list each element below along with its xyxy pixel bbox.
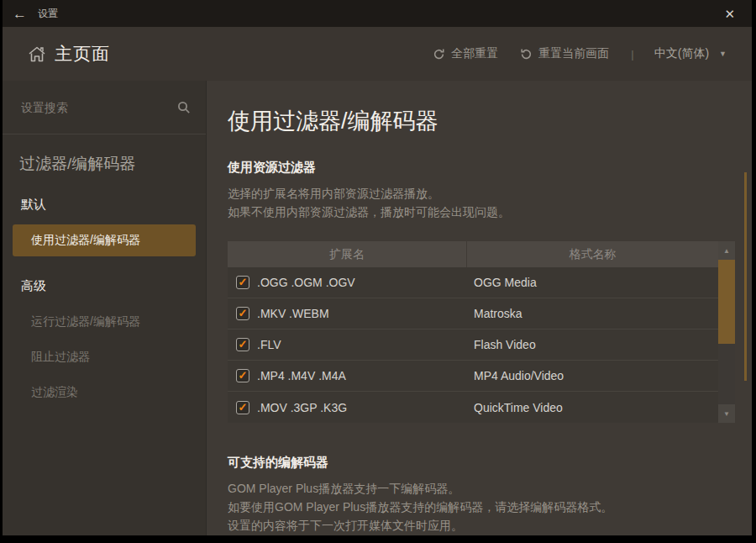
format-cell: Flash Video	[467, 337, 718, 352]
checkbox-checked[interactable]: ✓	[236, 338, 249, 351]
reset-all-label: 全部重置	[451, 46, 498, 61]
extension-label: .MP4 .M4V .M4A	[257, 369, 346, 382]
extension-label: .MOV .3GP .K3G	[257, 401, 347, 414]
table-row: ✓ .OGG .OGM .OGV OGG Media	[228, 267, 718, 298]
search-icon[interactable]	[177, 101, 191, 114]
check-icon: ✓	[239, 308, 248, 319]
chevron-down-icon: ▼	[719, 50, 727, 58]
header-separator: |	[631, 48, 633, 61]
section1-desc-line1: 选择的扩展名将用内部资源过滤器播放。	[228, 184, 752, 203]
extensions-table: 扩展名 格式名称 ✓ .OGG .OGM .OGV OGG Media ✓	[228, 241, 735, 423]
format-cell: QuickTime Video	[467, 400, 718, 415]
table-scrollbar[interactable]: ▲ ▼	[718, 241, 735, 423]
extension-label: .MKV .WEBM	[257, 307, 329, 320]
check-icon: ✓	[239, 339, 248, 350]
reset-all-icon	[433, 48, 445, 61]
scroll-up-button[interactable]: ▲	[718, 241, 735, 260]
extension-cell: ✓ .MKV .WEBM	[228, 307, 467, 320]
language-label: 中文(简体)	[654, 46, 709, 61]
format-cell: OGG Media	[467, 275, 718, 290]
section1-description: 选择的扩展名将用内部资源过滤器播放。 如果不使用内部资源过滤器，播放时可能会出现…	[228, 184, 752, 221]
reset-all-button[interactable]: 全部重置	[426, 43, 505, 65]
settings-window: ← 设置 ✕ 主页面 全部重置	[3, 0, 752, 535]
checkbox-checked[interactable]: ✓	[236, 276, 249, 289]
sidebar-item-filter-rendering[interactable]: 过滤渲染	[31, 385, 206, 400]
titlebar: ← 设置 ✕	[3, 0, 752, 27]
table-row: ✓ .MOV .3GP .K3G QuickTime Video	[228, 392, 718, 423]
reset-current-button[interactable]: 重置当前画面	[513, 43, 616, 65]
checkbox-checked[interactable]: ✓	[236, 307, 249, 320]
check-icon: ✓	[239, 370, 248, 381]
table-columns: 扩展名 格式名称 ✓ .OGG .OGM .OGV OGG Media ✓	[228, 241, 718, 423]
format-label: MP4 Audio/Video	[474, 369, 564, 382]
body: 过滤器/编解码器 默认 使用过滤器/编解码器 高级 运行过滤器/编解码器 阻止过…	[3, 81, 752, 535]
language-dropdown[interactable]: 中文(简体) ▼	[649, 43, 732, 65]
format-label: Flash Video	[474, 338, 536, 351]
section2-desc-line2: 如要使用GOM Player Plus播放器支持的编解码器，请选择编解码器格式。	[228, 498, 752, 516]
sidebar-item-use-filters-codecs[interactable]: 使用过滤器/编解码器	[13, 224, 196, 256]
section1-desc-line2: 如果不使用内部资源过滤器，播放时可能会出现问题。	[228, 203, 752, 221]
column-header-extension: 扩展名	[228, 241, 467, 267]
table-header: 扩展名 格式名称	[228, 241, 718, 267]
column-header-format: 格式名称	[467, 241, 718, 267]
scrollbar-track[interactable]	[718, 260, 735, 404]
window-title: 设置	[38, 7, 717, 21]
extension-label: .FLV	[257, 338, 281, 351]
checkbox-checked[interactable]: ✓	[236, 401, 249, 414]
extension-cell: ✓ .MP4 .M4V .M4A	[228, 369, 467, 382]
main-content: 使用过滤器/编解码器 使用资源过滤器 选择的扩展名将用内部资源过滤器播放。 如果…	[207, 81, 752, 535]
search-bar	[3, 81, 206, 134]
section2-title: 可支持的编解码器	[228, 455, 752, 471]
sidebar-item-run-filters-codecs[interactable]: 运行过滤器/编解码器	[31, 314, 206, 329]
scroll-down-button[interactable]: ▼	[718, 404, 735, 423]
back-button[interactable]: ←	[13, 7, 33, 21]
reset-current-icon	[520, 48, 533, 61]
header-title: 主页面	[55, 42, 110, 66]
home-breadcrumb[interactable]: 主页面	[28, 42, 426, 66]
page-scrollbar-thumb[interactable]	[744, 172, 747, 381]
sidebar-section-title: 过滤器/编解码器	[19, 153, 206, 175]
format-label: QuickTime Video	[474, 401, 563, 414]
format-label: OGG Media	[474, 276, 537, 289]
section1-title: 使用资源过滤器	[228, 160, 752, 176]
table-row: ✓ .MP4 .M4V .M4A MP4 Audio/Video	[228, 361, 718, 392]
sidebar-item-block-filters[interactable]: 阻止过滤器	[31, 350, 206, 365]
format-cell: Matroska	[467, 306, 718, 321]
section2-desc-line1: GOM Player Plus播放器支持一下编解码器。	[228, 479, 752, 498]
sidebar: 过滤器/编解码器 默认 使用过滤器/编解码器 高级 运行过滤器/编解码器 阻止过…	[3, 81, 207, 535]
check-icon: ✓	[239, 277, 248, 287]
header-actions: 全部重置 重置当前画面 | 中文(简体) ▼	[426, 43, 732, 65]
page-title: 使用过滤器/编解码器	[228, 106, 752, 136]
section2-desc-line3: 设置的内容将于下一次打开媒体文件时应用。	[228, 516, 752, 535]
format-label: Matroska	[474, 307, 522, 320]
extension-cell: ✓ .OGG .OGM .OGV	[228, 276, 467, 289]
checkbox-checked[interactable]: ✓	[236, 369, 249, 382]
extension-label: .OGG .OGM .OGV	[257, 276, 355, 289]
sidebar-category-default: 默认	[21, 197, 206, 213]
sidebar-category-advanced: 高级	[21, 278, 206, 294]
scrollbar-thumb[interactable]	[718, 260, 735, 344]
home-icon	[28, 45, 46, 63]
search-input[interactable]	[21, 101, 177, 114]
table-row: ✓ .MKV .WEBM Matroska	[228, 298, 718, 329]
page-header: 主页面 全部重置 重置当前画面	[3, 27, 752, 81]
table-row: ✓ .FLV Flash Video	[228, 329, 718, 361]
check-icon: ✓	[239, 402, 248, 413]
close-button[interactable]: ✕	[717, 6, 742, 22]
extension-cell: ✓ .MOV .3GP .K3G	[228, 401, 467, 414]
format-cell: MP4 Audio/Video	[467, 368, 718, 383]
section2-description: GOM Player Plus播放器支持一下编解码器。 如要使用GOM Play…	[228, 479, 752, 535]
reset-current-label: 重置当前画面	[538, 46, 609, 61]
extension-cell: ✓ .FLV	[228, 338, 467, 351]
